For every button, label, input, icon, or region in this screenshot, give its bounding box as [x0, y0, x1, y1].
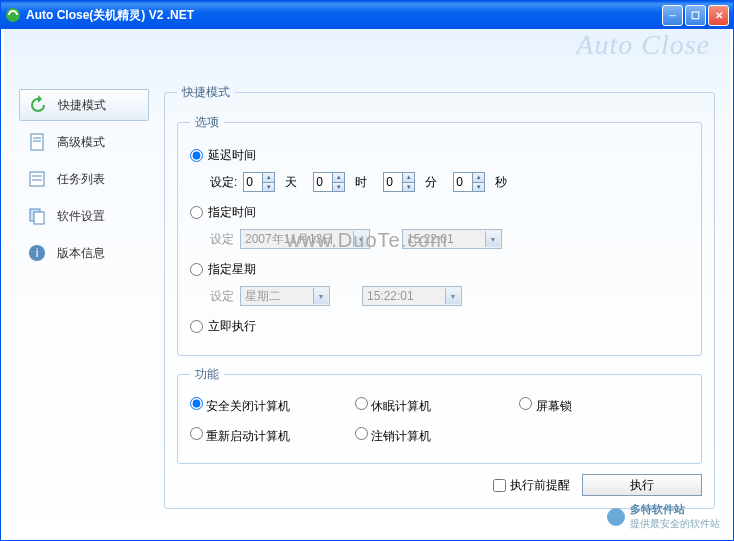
minutes-unit: 分 [425, 174, 437, 191]
down-icon[interactable]: ▼ [332, 183, 344, 192]
document-icon [27, 132, 47, 152]
radio-fixed-week[interactable] [190, 263, 203, 276]
svg-point-11 [607, 508, 625, 526]
radio-fixed-time[interactable] [190, 206, 203, 219]
nav-version[interactable]: i 版本信息 [19, 237, 149, 269]
week-value: 星期二 [245, 288, 281, 305]
radio-logoff[interactable] [355, 427, 368, 440]
option-immediate: 立即执行 [190, 318, 689, 335]
down-icon[interactable]: ▼ [472, 183, 484, 192]
up-icon[interactable]: ▲ [402, 173, 414, 183]
radio-delay-label: 延迟时间 [208, 147, 256, 164]
app-icon [5, 7, 21, 23]
chevron-down-icon: ▼ [353, 231, 368, 247]
radio-hibernate[interactable] [355, 397, 368, 410]
radio-immediate-label: 立即执行 [208, 318, 256, 335]
fixed-week-inputs: 设定 星期二▼ 15:22:01▼ [210, 286, 689, 306]
quick-mode-group: 快捷模式 选项 延迟时间 设定: ▲▼ 天 ▲▼ 时 ▲▼ 分 ▲▼ [164, 84, 715, 509]
down-icon[interactable]: ▼ [402, 183, 414, 192]
main-panel: 快捷模式 选项 延迟时间 设定: ▲▼ 天 ▲▼ 时 ▲▼ 分 ▲▼ [164, 84, 715, 522]
remind-label: 执行前提醒 [510, 477, 570, 494]
set-label: 设定 [210, 231, 234, 248]
date-value: 2007年11月13日 [245, 231, 334, 248]
functions-legend: 功能 [190, 366, 224, 383]
radio-fixed-time-label: 指定时间 [208, 204, 256, 221]
days-unit: 天 [285, 174, 297, 191]
up-icon[interactable]: ▲ [472, 173, 484, 183]
nav-settings[interactable]: 软件设置 [19, 200, 149, 232]
fn-label: 休眠计算机 [371, 399, 431, 413]
down-icon[interactable]: ▼ [262, 183, 274, 192]
minutes-spinner[interactable]: ▲▼ [383, 172, 415, 192]
radio-delay[interactable] [190, 149, 203, 162]
nav-label: 高级模式 [57, 134, 105, 151]
svg-rect-4 [30, 172, 44, 186]
settings-icon [27, 206, 47, 226]
hours-spinner[interactable]: ▲▼ [313, 172, 345, 192]
options-legend: 选项 [190, 114, 224, 131]
execute-button[interactable]: 执行 [582, 474, 702, 496]
refresh-icon [28, 95, 48, 115]
remind-checkbox[interactable] [493, 479, 506, 492]
brand-text: Auto Close [576, 29, 710, 61]
time-value: 15:22:01 [407, 232, 454, 246]
functions-group: 功能 安全关闭计算机 休眠计算机 屏幕锁 重新启动计算机 注销计算机 [177, 366, 702, 464]
nav-quick-mode[interactable]: 快捷模式 [19, 89, 149, 121]
up-icon[interactable]: ▲ [262, 173, 274, 183]
fn-label: 安全关闭计算机 [206, 399, 290, 413]
set-label: 设定: [210, 174, 237, 191]
window-controls: ─ ☐ ✕ [662, 5, 729, 26]
list-icon [27, 169, 47, 189]
app-window: Auto Close(关机精灵) V2 .NET ─ ☐ ✕ Auto Clos… [0, 0, 734, 541]
seconds-unit: 秒 [495, 174, 507, 191]
window-title: Auto Close(关机精灵) V2 .NET [26, 7, 662, 24]
corner-name: 多特软件站 [630, 502, 720, 517]
footer-row: 执行前提醒 执行 [177, 474, 702, 496]
maximize-button[interactable]: ☐ [685, 5, 706, 26]
radio-immediate[interactable] [190, 320, 203, 333]
close-button[interactable]: ✕ [708, 5, 729, 26]
svg-text:i: i [36, 246, 39, 260]
logo-icon [606, 507, 626, 527]
nav-label: 任务列表 [57, 171, 105, 188]
nav-label: 软件设置 [57, 208, 105, 225]
minimize-button[interactable]: ─ [662, 5, 683, 26]
option-fixed-week: 指定星期 [190, 261, 689, 278]
hours-unit: 时 [355, 174, 367, 191]
option-fixed-time: 指定时间 [190, 204, 689, 221]
fn-label: 重新启动计算机 [206, 429, 290, 443]
up-icon[interactable]: ▲ [332, 173, 344, 183]
titlebar: Auto Close(关机精灵) V2 .NET ─ ☐ ✕ [1, 1, 733, 29]
chevron-down-icon: ▼ [445, 288, 460, 304]
chevron-down-icon: ▼ [485, 231, 500, 247]
svg-rect-8 [34, 212, 44, 224]
quick-mode-legend: 快捷模式 [177, 84, 235, 101]
radio-shutdown[interactable] [190, 397, 203, 410]
week-time-combo[interactable]: 15:22:01▼ [362, 286, 462, 306]
sidebar: 快捷模式 高级模式 任务列表 软件设置 i 版本信息 [19, 89, 149, 274]
radio-restart[interactable] [190, 427, 203, 440]
nav-advanced-mode[interactable]: 高级模式 [19, 126, 149, 158]
fixed-time-inputs: 设定 2007年11月13日▼ 15:22:01▼ [210, 229, 689, 249]
nav-task-list[interactable]: 任务列表 [19, 163, 149, 195]
options-group: 选项 延迟时间 设定: ▲▼ 天 ▲▼ 时 ▲▼ 分 ▲▼ 秒 [177, 114, 702, 356]
radio-lock[interactable] [519, 397, 532, 410]
option-delay: 延迟时间 [190, 147, 689, 164]
set-label: 设定 [210, 288, 234, 305]
days-spinner[interactable]: ▲▼ [243, 172, 275, 192]
chevron-down-icon: ▼ [313, 288, 328, 304]
week-combo[interactable]: 星期二▼ [240, 286, 330, 306]
functions-grid: 安全关闭计算机 休眠计算机 屏幕锁 重新启动计算机 注销计算机 [190, 391, 689, 451]
time-combo[interactable]: 15:22:01▼ [402, 229, 502, 249]
delay-inputs: 设定: ▲▼ 天 ▲▼ 时 ▲▼ 分 ▲▼ 秒 [210, 172, 689, 192]
nav-label: 版本信息 [57, 245, 105, 262]
week-time-value: 15:22:01 [367, 289, 414, 303]
nav-label: 快捷模式 [58, 97, 106, 114]
svg-rect-1 [31, 134, 43, 150]
seconds-spinner[interactable]: ▲▼ [453, 172, 485, 192]
corner-slogan: 提供最安全的软件站 [630, 517, 720, 531]
fn-label: 注销计算机 [371, 429, 431, 443]
date-combo[interactable]: 2007年11月13日▼ [240, 229, 370, 249]
info-icon: i [27, 243, 47, 263]
remind-checkbox-wrap: 执行前提醒 [493, 477, 570, 494]
